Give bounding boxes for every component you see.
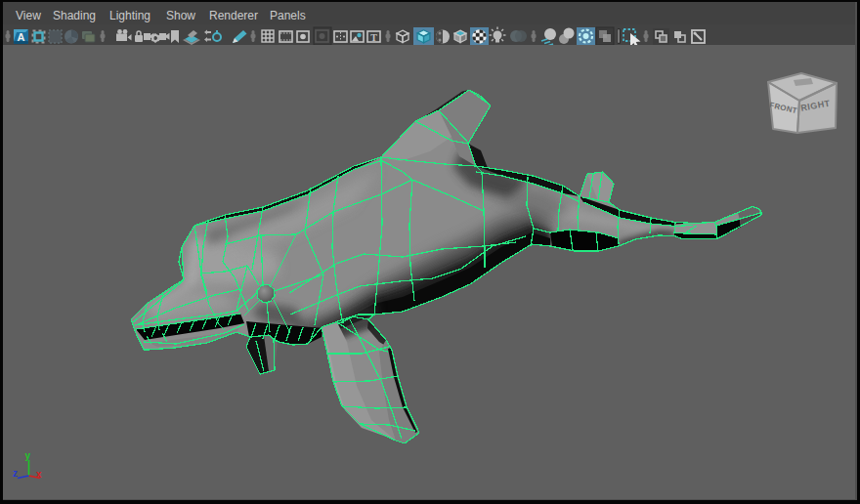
- svg-text:A: A: [18, 31, 25, 43]
- svg-text:T: T: [370, 32, 377, 43]
- svg-text:z: z: [13, 468, 18, 479]
- svg-text:y: y: [25, 450, 31, 461]
- svg-text:x: x: [36, 469, 42, 480]
